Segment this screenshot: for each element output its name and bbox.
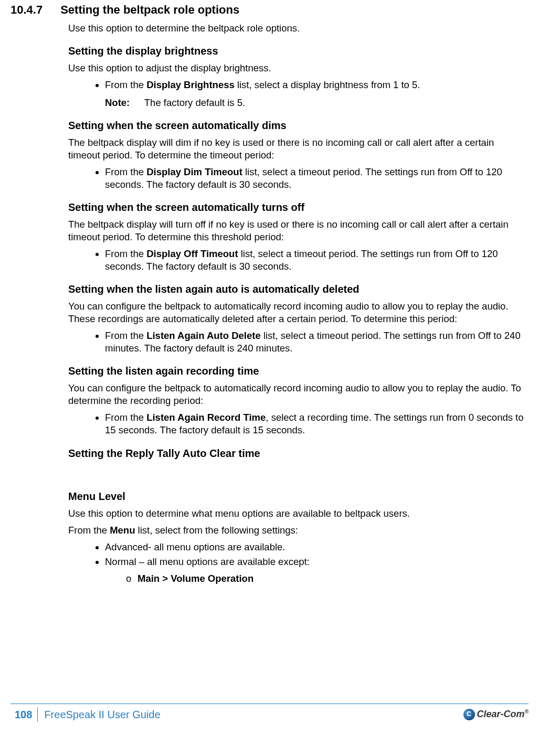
- dim-intro: The beltpack display will dim if no key …: [68, 136, 529, 162]
- text-bold: Display Off Timeout: [146, 248, 238, 259]
- note-label: Note:: [105, 97, 142, 109]
- heading-display-brightness: Setting the display brightness: [68, 44, 529, 58]
- heading-screen-off: Setting when the screen automatically tu…: [68, 200, 529, 214]
- menu-opt-advanced: Advanced- all menu options are available…: [105, 541, 529, 553]
- text: From the: [105, 330, 146, 341]
- off-intro: The beltpack display will turn off if no…: [68, 218, 529, 243]
- menu-level-intro: Use this option to determine what menu o…: [68, 507, 529, 520]
- section-title: Setting the beltpack role options: [60, 3, 239, 18]
- dim-bullet: From the Display Dim Timeout list, selec…: [105, 166, 529, 191]
- text: From the: [105, 248, 146, 259]
- off-bullet: From the Display Off Timeout list, selec…: [105, 248, 529, 273]
- text-bold: Display Brightness: [146, 79, 235, 90]
- heading-menu-level: Menu Level: [68, 489, 529, 503]
- text-bold: Menu: [110, 525, 135, 536]
- note-text: The factory default is 5.: [144, 97, 245, 108]
- brightness-bullet: From the Display Brightness list, select…: [105, 79, 529, 109]
- page-footer: 108 FreeSpeak II User Guide C Clear-Com®: [10, 704, 529, 722]
- text: From the: [105, 412, 146, 423]
- text: From the: [105, 166, 146, 177]
- guide-name: FreeSpeak II User Guide: [38, 708, 463, 721]
- text: From the: [105, 79, 146, 90]
- listen-delete-intro: You can configure the beltpack to automa…: [68, 300, 529, 325]
- heading-reply-tally: Setting the Reply Tally Auto Clear time: [68, 446, 529, 460]
- heading-listen-delete: Setting when the listen again auto is au…: [68, 282, 529, 296]
- menu-level-from: From the Menu list, select from the foll…: [68, 524, 529, 537]
- registered-mark: ®: [525, 709, 529, 715]
- listen-delete-bullet: From the Listen Again Auto Delete list, …: [105, 329, 529, 355]
- text: list, select a display brightness from 1…: [235, 79, 420, 90]
- page-number: 108: [10, 707, 38, 722]
- brand-text: Clear-Com®: [477, 708, 529, 720]
- menu-opt-normal: Normal – all menu options are available …: [105, 556, 529, 568]
- text-bold: Display Dim Timeout: [146, 166, 242, 177]
- text-bold: Listen Again Record Time: [146, 412, 266, 423]
- section-intro: Use this option to determine the beltpac…: [68, 22, 529, 35]
- menu-sub-item: Main > Volume Operation: [126, 572, 529, 585]
- brand-logo: C Clear-Com®: [463, 708, 529, 720]
- globe-icon: C: [463, 709, 475, 720]
- heading-screen-dim: Setting when the screen automatically di…: [68, 119, 529, 132]
- heading-listen-record: Setting the listen again recording time: [68, 364, 529, 378]
- listen-record-bullet: From the Listen Again Record Time, selec…: [105, 411, 529, 436]
- text: list, select from the following settings…: [135, 525, 298, 536]
- brand-name: Clear-Com: [477, 709, 525, 719]
- section-number: 10.4.7: [10, 3, 58, 18]
- listen-record-intro: You can configure the beltpack to automa…: [68, 382, 529, 407]
- brightness-intro: Use this option to adjust the display br…: [68, 62, 529, 74]
- section-header: 10.4.7 Setting the beltpack role options: [10, 3, 529, 18]
- text-bold: Main > Volume Operation: [138, 573, 253, 584]
- text: From the: [68, 525, 110, 536]
- text-bold: Listen Again Auto Delete: [146, 330, 261, 341]
